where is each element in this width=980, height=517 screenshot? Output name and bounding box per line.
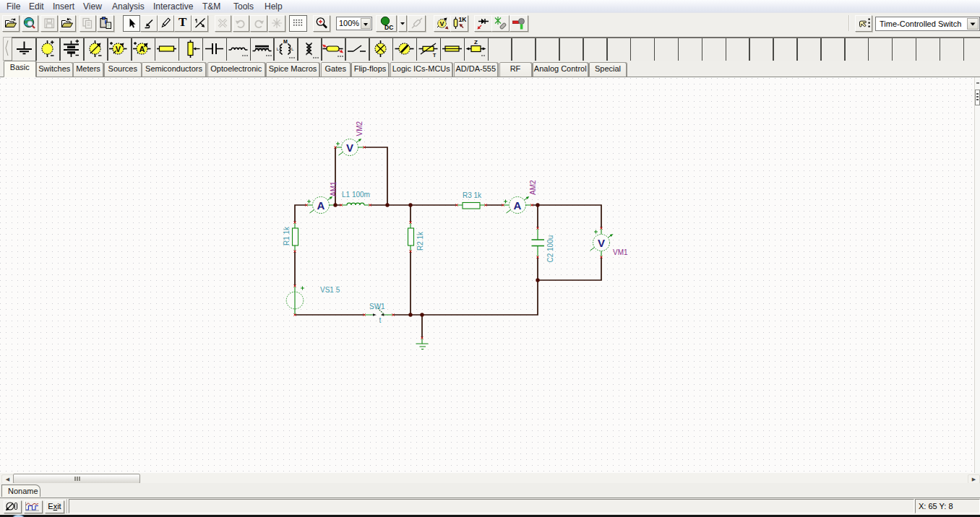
svg-text:R2 1k: R2 1k [416, 231, 424, 251]
svg-text:VS1 5: VS1 5 [320, 286, 340, 294]
svg-text:A: A [514, 199, 522, 212]
svg-text:A: A [139, 45, 145, 53]
svg-text:R1 1k: R1 1k [283, 226, 291, 246]
svg-text:SW1: SW1 [369, 303, 385, 310]
svg-text:t: t [379, 316, 382, 324]
svg-text:V: V [439, 20, 444, 27]
svg-text:AM1: AM1 [330, 181, 338, 196]
svg-text:AM2: AM2 [529, 180, 537, 195]
svg-text:V: V [598, 237, 605, 249]
svg-text:R3 1k: R3 1k [463, 191, 482, 199]
svg-text:L1 100m: L1 100m [342, 191, 370, 199]
svg-text:M: M [283, 39, 288, 44]
svg-text:VM2: VM2 [356, 121, 364, 136]
svg-text:C2 100u: C2 100u [546, 235, 554, 263]
svg-text:L: L [277, 47, 280, 51]
svg-text:VM1: VM1 [613, 248, 628, 256]
svg-text:V: V [346, 142, 353, 154]
svg-text:A: A [317, 199, 325, 212]
svg-text:1K: 1K [459, 16, 467, 23]
svg-text:T: T [433, 53, 437, 58]
svg-text:L: L [291, 47, 294, 51]
svg-text:Z: Z [474, 39, 478, 45]
svg-text:DC: DC [384, 24, 393, 31]
svg-text:V: V [116, 45, 121, 53]
